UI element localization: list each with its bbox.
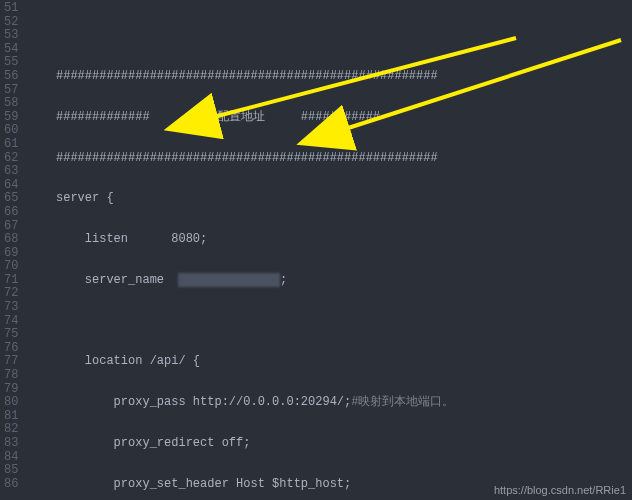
line-number: 84 (4, 451, 18, 465)
code-line (26, 315, 632, 329)
code-line: listen 8080; (26, 233, 632, 247)
comment-text: #映 (351, 395, 370, 409)
line-number: 64 (4, 179, 18, 193)
line-number: 63 (4, 165, 18, 179)
line-number: 67 (4, 220, 18, 234)
line-number: 79 (4, 383, 18, 397)
line-number: 73 (4, 301, 18, 315)
code-line: ########################################… (26, 70, 632, 84)
line-number: 70 (4, 260, 18, 274)
line-number: 65 (4, 192, 18, 206)
line-number: 78 (4, 369, 18, 383)
comment-text: 射到本地端口。 (370, 395, 454, 409)
line-number: 74 (4, 315, 18, 329)
line-number: 59 (4, 111, 18, 125)
line-number: 60 (4, 124, 18, 138)
code-line: location /api/ { (26, 355, 632, 369)
line-number: 71 (4, 274, 18, 288)
line-number-gutter: 5152535455565758596061626364656667686970… (0, 0, 26, 500)
code-line: ############# 麻雀配置地址 ########### (26, 111, 632, 125)
line-number: 86 (4, 478, 18, 492)
code-line: proxy_redirect off; (26, 437, 632, 451)
redacted-text (178, 273, 280, 287)
code-line: proxy_pass http://0.0.0.0:20294/;#映射到本地端… (26, 396, 632, 410)
code-area[interactable]: ########################################… (26, 0, 632, 500)
line-number: 66 (4, 206, 18, 220)
line-number: 76 (4, 342, 18, 356)
line-number: 72 (4, 287, 18, 301)
code-line: ########################################… (26, 152, 632, 166)
line-number: 83 (4, 437, 18, 451)
line-number: 54 (4, 43, 18, 57)
line-number: 51 (4, 2, 18, 16)
line-number: 56 (4, 70, 18, 84)
code-text: server_name (34, 273, 178, 287)
code-text: proxy_pass http://0.0.0.0:20294/; (34, 395, 351, 409)
line-number: 55 (4, 56, 18, 70)
line-number: 80 (4, 396, 18, 410)
line-number: 62 (4, 152, 18, 166)
line-number: 85 (4, 464, 18, 478)
line-number: 68 (4, 233, 18, 247)
line-number: 82 (4, 423, 18, 437)
line-number: 75 (4, 328, 18, 342)
watermark-text: https://blog.csdn.net/RRie1 (494, 484, 626, 496)
line-number: 69 (4, 247, 18, 261)
code-line (26, 29, 632, 43)
line-number: 57 (4, 84, 18, 98)
line-number: 77 (4, 355, 18, 369)
line-number: 53 (4, 29, 18, 43)
code-line: server_name ; (26, 274, 632, 288)
code-line: server { (26, 192, 632, 206)
code-editor: 5152535455565758596061626364656667686970… (0, 0, 632, 500)
line-number: 81 (4, 410, 18, 424)
line-number: 52 (4, 16, 18, 30)
line-number: 61 (4, 138, 18, 152)
line-number: 58 (4, 97, 18, 111)
